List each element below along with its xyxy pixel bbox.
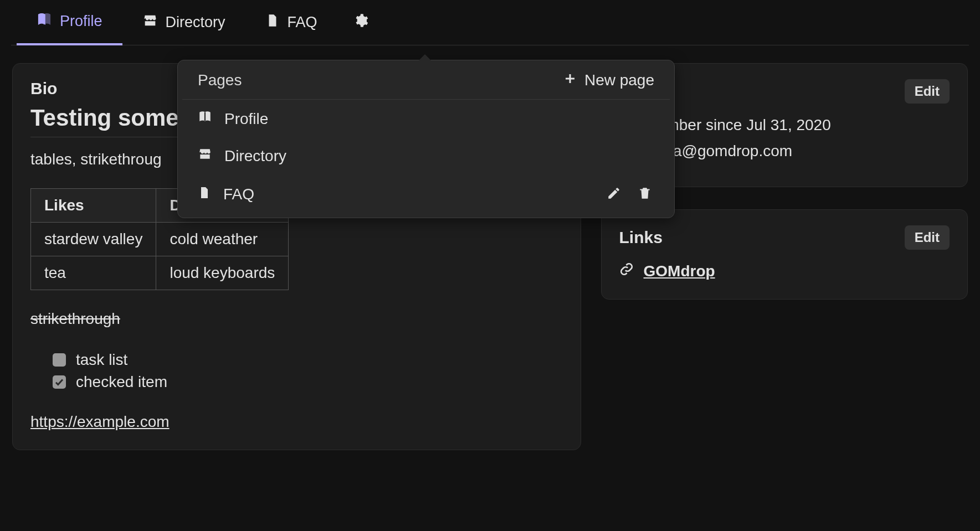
store-icon bbox=[142, 13, 158, 32]
dropdown-title: Pages bbox=[198, 71, 242, 89]
link-row: GOMdrop bbox=[619, 262, 950, 280]
book-open-icon bbox=[37, 12, 52, 31]
tab-label: Directory bbox=[166, 14, 225, 31]
tab-settings[interactable] bbox=[337, 0, 384, 45]
task-item: checked item bbox=[53, 373, 563, 391]
task-item: task list bbox=[53, 351, 563, 369]
external-link[interactable]: GOMdrop bbox=[644, 262, 715, 280]
col-likes: Likes bbox=[31, 189, 156, 223]
tab-directory[interactable]: Directory bbox=[122, 0, 245, 45]
tab-label: FAQ bbox=[288, 14, 317, 31]
trash-icon bbox=[638, 194, 652, 202]
pencil-icon bbox=[607, 194, 621, 202]
checkbox-checked-icon[interactable] bbox=[53, 375, 66, 389]
table-row: tea loud keyboards bbox=[31, 256, 289, 290]
bio-external-link[interactable]: https://example.com bbox=[30, 413, 170, 430]
delete-page-button[interactable] bbox=[635, 184, 654, 204]
dropdown-item-directory[interactable]: Directory bbox=[182, 138, 670, 174]
task-list: task list checked item bbox=[30, 351, 563, 391]
links-card: Links Edit GOMdrop bbox=[601, 209, 968, 300]
links-title: Links bbox=[619, 228, 663, 247]
dropdown-item-faq[interactable]: FAQ bbox=[182, 175, 670, 213]
tabs-bar: Profile Directory FAQ bbox=[11, 0, 969, 45]
strikethrough-text: strikethrough bbox=[30, 310, 563, 328]
document-icon bbox=[198, 185, 211, 203]
link-chain-icon bbox=[619, 262, 634, 280]
table-row: stardew valley cold weather bbox=[31, 223, 289, 256]
edit-links-button[interactable]: Edit bbox=[905, 225, 950, 250]
checkbox-unchecked-icon[interactable] bbox=[53, 353, 66, 367]
edit-info-button[interactable]: Edit bbox=[905, 79, 950, 104]
plus-icon bbox=[563, 71, 577, 89]
tab-profile[interactable]: Profile bbox=[17, 0, 122, 45]
edit-page-button[interactable] bbox=[604, 184, 623, 204]
dropdown-header: Pages New page bbox=[182, 60, 670, 100]
bio-section-title: Bio bbox=[30, 79, 57, 98]
book-open-icon bbox=[198, 110, 212, 128]
new-page-button[interactable]: New page bbox=[563, 71, 654, 89]
store-icon bbox=[198, 147, 212, 165]
pages-dropdown: Pages New page Profile Directory FAQ bbox=[177, 60, 675, 218]
dropdown-item-profile[interactable]: Profile bbox=[182, 101, 670, 137]
tab-label: Profile bbox=[60, 13, 102, 30]
tab-faq[interactable]: FAQ bbox=[245, 0, 337, 45]
document-icon bbox=[265, 13, 280, 32]
gear-icon bbox=[353, 13, 368, 32]
